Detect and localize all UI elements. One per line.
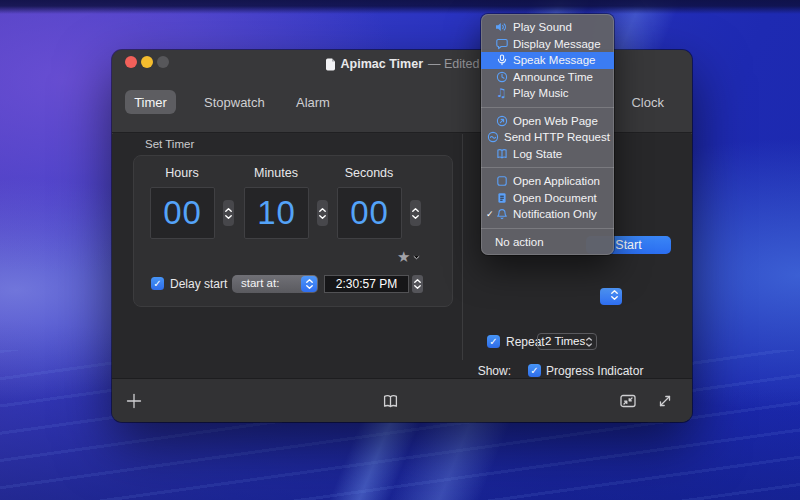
hours-value-field[interactable]: 00 <box>150 187 215 239</box>
window-title: Apimac Timer <box>341 57 423 71</box>
menu-separator <box>481 107 614 108</box>
menu-item-no-action[interactable]: No action <box>481 234 614 251</box>
progress-indicator-label: Progress Indicator <box>546 364 643 378</box>
hours-stepper[interactable] <box>223 200 234 226</box>
set-timer-label: Set Timer <box>145 138 194 150</box>
pane-divider <box>462 134 463 360</box>
delay-start-row: ✓ Delay start start at: 2:30:57 PM <box>134 274 452 294</box>
menu-item-label: Play Sound <box>513 21 572 33</box>
progress-indicator-checkbox[interactable]: ✓ <box>528 364 541 377</box>
seconds-label: Seconds <box>336 166 402 180</box>
favorites-button[interactable]: ★ <box>397 248 420 266</box>
menu-item-open-web-page[interactable]: Open Web Page <box>481 113 614 130</box>
menu-item-label: Speak Message <box>513 54 595 66</box>
bottom-toolbar <box>112 378 692 422</box>
repeat-count-value: 2 Times <box>545 335 585 347</box>
check-icon: ✓ <box>486 209 495 219</box>
add-icon <box>126 393 142 409</box>
menu-item-send-http-request[interactable]: Send HTTP Request <box>481 129 614 146</box>
menu-item-speak-message[interactable]: Speak Message <box>481 52 614 69</box>
hours-label: Hours <box>149 166 215 180</box>
menu-item-label: Send HTTP Request <box>504 131 610 143</box>
menu-item-play-sound[interactable]: Play Sound <box>481 19 614 36</box>
action-popup-button[interactable] <box>600 288 622 305</box>
menu-item-label: Notification Only <box>513 208 597 220</box>
message-bubble-icon <box>495 37 508 50</box>
menu-item-label: Play Music <box>513 87 569 99</box>
network-icon <box>486 131 499 144</box>
fullscreen-icon <box>657 393 673 409</box>
repeat-checkbox[interactable]: ✓ <box>487 335 500 348</box>
tab-stopwatch[interactable]: Stopwatch <box>192 90 277 114</box>
menu-item-label: No action <box>495 236 544 248</box>
bell-icon <box>495 208 508 221</box>
book-icon <box>495 147 508 160</box>
seconds-stepper[interactable] <box>410 200 421 226</box>
popup-stepper-icon <box>301 276 317 292</box>
repeat-count-popup[interactable]: 2 Times <box>537 333 597 350</box>
minutes-stepper[interactable] <box>317 200 328 226</box>
document-proxy-icon <box>325 58 336 71</box>
menu-item-display-message[interactable]: Display Message <box>481 36 614 53</box>
seconds-value-field[interactable]: 00 <box>337 187 402 239</box>
minutes-value-field[interactable]: 10 <box>244 187 309 239</box>
scale-down-icon <box>619 393 637 409</box>
chevron-down-icon <box>413 255 420 260</box>
app-square-icon <box>495 175 508 188</box>
menu-separator <box>481 228 614 229</box>
star-icon: ★ <box>397 248 410 266</box>
menu-item-label: Open Web Page <box>513 115 598 127</box>
menu-item-play-music[interactable]: ♫ Play Music <box>481 85 614 102</box>
menu-item-label: Log State <box>513 148 562 160</box>
add-button[interactable] <box>122 389 146 413</box>
minutes-label: Minutes <box>243 166 309 180</box>
set-timer-groupbox: Hours Minutes Seconds 00 10 00 <box>133 155 453 307</box>
delay-start-checkbox[interactable]: ✓ <box>151 277 164 290</box>
menu-separator <box>481 167 614 168</box>
menu-item-log-state[interactable]: Log State <box>481 146 614 163</box>
popup-stepper-icon <box>611 290 618 300</box>
library-button[interactable] <box>378 389 402 413</box>
clock-icon <box>495 70 508 83</box>
menu-item-open-document[interactable]: Open Document <box>481 190 614 207</box>
library-book-icon <box>382 394 399 409</box>
menu-item-open-application[interactable]: Open Application <box>481 173 614 190</box>
menu-item-label: Announce Time <box>513 71 593 83</box>
delay-start-label: Delay start <box>170 277 227 291</box>
menu-item-notification-only[interactable]: ✓ Notification Only <box>481 206 614 223</box>
fullscreen-button[interactable] <box>653 389 677 413</box>
document-icon <box>495 191 508 204</box>
menu-item-label: Open Application <box>513 175 600 187</box>
desktop-wallpaper: Apimac Timer — Edited Timer Stopwatch Al… <box>0 0 800 500</box>
delay-mode-value: start at: <box>241 277 279 289</box>
speak-wave-icon <box>495 54 508 67</box>
delay-mode-popup[interactable]: start at: <box>232 275 318 293</box>
music-notes-icon: ♫ <box>495 87 508 100</box>
menu-item-announce-time[interactable]: Announce Time <box>481 69 614 86</box>
delay-time-stepper[interactable] <box>412 275 423 293</box>
delay-time-field[interactable]: 2:30:57 PM <box>324 275 409 293</box>
scale-down-button[interactable] <box>616 389 640 413</box>
window-edited-badge: — Edited <box>428 57 479 71</box>
menu-item-label: Display Message <box>513 38 601 50</box>
popup-stepper-icon <box>586 337 592 347</box>
speaker-icon <box>495 21 508 34</box>
tab-clock[interactable]: Clock <box>619 90 676 114</box>
menu-item-label: Open Document <box>513 192 597 204</box>
show-label: Show: <box>477 364 511 378</box>
timer-action-menu: Play Sound Display Message Speak Message… <box>481 14 614 255</box>
tab-alarm[interactable]: Alarm <box>284 90 342 114</box>
web-arrow-icon <box>495 114 508 127</box>
tab-timer[interactable]: Timer <box>125 90 176 114</box>
